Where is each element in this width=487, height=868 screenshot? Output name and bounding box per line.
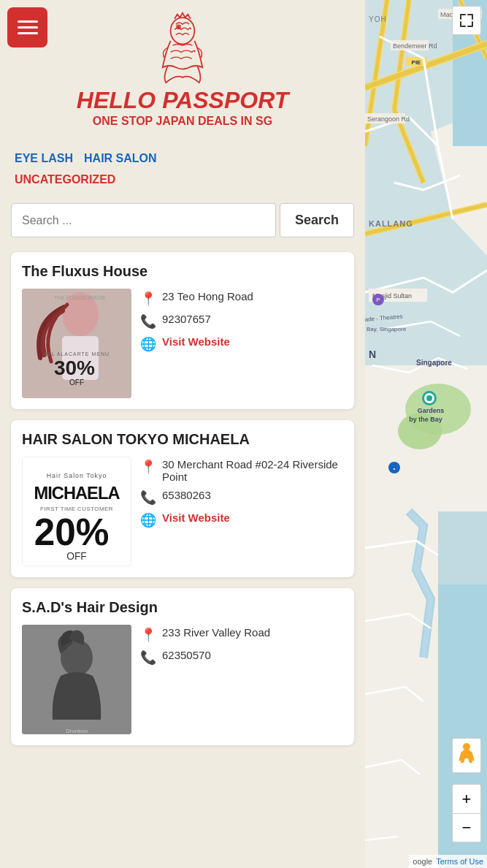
listing-image-fluxus: ALL ALACARTE MENU 30% OFF THE FLUXUS HOU… [22,289,131,398]
listing-image-michaela: Hair Salon Tokyo MICHAELA FIRST TIME CUS… [22,457,131,566]
map-expand-button[interactable] [452,6,481,35]
phone-icon-michaela: 📞 [140,490,156,506]
google-text: oogle [413,857,432,866]
website-row-fluxus: 🌐 Visit Website [140,335,343,352]
hamburger-line [18,26,38,28]
listing-content-michaela: Hair Salon Tokyo MICHAELA FIRST TIME CUS… [22,457,343,566]
hamburger-line [18,20,38,23]
svg-text:Bendemeer Rd: Bendemeer Rd [393,42,437,50]
brand-title: HELLO PASSPORT [77,88,288,113]
nav-link-hairsalon[interactable]: HAIR SALON [80,150,161,167]
phone-icon-sad: 📞 [140,650,156,666]
listing-card-michaela: HAIR SALON TOKYO MICHAELA Hair Salon Tok… [11,420,354,577]
search-input[interactable] [11,203,276,237]
phone-text-sad: 62350570 [162,649,211,661]
svg-text:P: P [376,297,380,303]
brand-subtitle: ONE STOP JAPAN DEALS IN SG [93,115,272,128]
location-icon-fluxus: 📍 [140,291,156,307]
svg-rect-22 [365,511,438,868]
nav-link-uncategorized[interactable]: UNCATEGORIZED [11,171,354,189]
svg-text:Serangoon Rd: Serangoon Rd [367,115,410,123]
address-text-sad: 233 River Valley Road [162,626,270,639]
svg-text:YOH: YOH [369,15,387,23]
svg-text:PIE: PIE [412,59,422,66]
svg-text:OFF: OFF [69,378,84,387]
listing-image-sad: Drunkoo [22,625,131,734]
map-zoom-out-button[interactable]: − [452,813,481,842]
website-row-michaela: 🌐 Visit Website [140,511,343,528]
listing-content-sad: Drunkoo 📍 233 River Valley Road 📞 623505… [22,625,343,734]
phone-row-fluxus: 📞 92307657 [140,313,343,330]
listing-card-sad: S.A.D's Hair Design [11,588,354,745]
svg-text:N: N [369,349,376,360]
listing-details-fluxus: 📍 23 Teo Hong Road 📞 92307657 🌐 Visit We… [140,289,343,352]
map-zoom-in-button[interactable]: + [452,784,481,813]
search-button[interactable]: Search [280,203,354,237]
phone-text-michaela: 65380263 [162,489,211,501]
listings-container: The Fluxus House ALL [0,252,365,760]
svg-point-2 [178,26,180,28]
sad-image-svg: Drunkoo [22,625,131,734]
svg-point-51 [463,743,470,750]
svg-point-40 [426,395,432,401]
svg-text:Drunkoo: Drunkoo [66,728,88,734]
hamburger-line [18,32,38,34]
listing-title-michaela: HAIR SALON TOKYO MICHAELA [22,431,343,448]
visit-website-michaela[interactable]: Visit Website [162,511,230,524]
svg-text:ALL ALACARTE MENU: ALL ALACARTE MENU [44,351,110,357]
svg-text:Gardens: Gardens [418,407,445,414]
zoom-in-icon: + [462,790,472,809]
zoom-out-icon: − [462,818,472,837]
map-pegman-button[interactable] [452,738,481,773]
svg-text:THE FLUXUS HOUSE: THE FLUXUS HOUSE [55,295,107,300]
phone-row-sad: 📞 62350570 [140,649,343,666]
phone-text-fluxus: 92307657 [162,313,211,325]
visit-website-fluxus[interactable]: Visit Website [162,335,230,348]
svg-text:20%: 20% [34,512,110,554]
listing-title-sad: S.A.D's Hair Design [22,599,343,616]
michaela-image-svg: Hair Salon Tokyo MICHAELA FIRST TIME CUS… [22,457,131,566]
logo-area: HELLO PASSPORT ONE STOP JAPAN DEALS IN S… [11,7,354,128]
svg-point-0 [171,18,195,44]
terms-of-use-link[interactable]: Terms of Use [436,857,483,866]
globe-icon-michaela: 🌐 [140,512,156,528]
address-text-michaela: 30 Merchant Road #02-24 Riverside Point [162,458,343,483]
address-row-fluxus: 📍 23 Teo Hong Road [140,290,343,307]
svg-text:by the Bay: by the Bay [409,416,442,423]
listing-card-fluxus: The Fluxus House ALL [11,252,354,409]
nav-row2: UNCATEGORIZED [0,171,365,199]
map-footer: oogle Terms of Use [409,855,487,868]
phone-row-michaela: 📞 65380263 [140,489,343,506]
svg-text:30%: 30% [54,357,95,379]
location-icon-sad: 📍 [140,627,156,643]
map-panel: PIE Gardens by the Bay Masjid Sultan [365,0,487,868]
left-panel: HELLO PASSPORT ONE STOP JAPAN DEALS IN S… [0,0,365,868]
listing-content-fluxus: ALL ALACARTE MENU 30% OFF THE FLUXUS HOU… [22,289,343,398]
search-bar: Search [11,203,354,237]
address-row-sad: 📍 233 River Valley Road [140,626,343,643]
phone-icon-fluxus: 📞 [140,313,156,330]
fluxus-image-svg: ALL ALACARTE MENU 30% OFF THE FLUXUS HOU… [22,289,131,398]
svg-text:Singapore: Singapore [416,359,452,367]
svg-text:KALLANG: KALLANG [369,219,413,228]
address-row-michaela: 📍 30 Merchant Road #02-24 Riverside Poin… [140,458,343,483]
nav-links: EYE LASH HAIR SALON [0,139,365,171]
nav-link-eyelash[interactable]: EYE LASH [11,150,77,167]
svg-text:Hair Salon Tokyo: Hair Salon Tokyo [47,472,107,479]
svg-text:•: • [394,465,396,472]
listing-details-sad: 📍 233 River Valley Road 📞 62350570 [140,625,343,666]
globe-icon-fluxus: 🌐 [140,336,156,352]
pegman-icon [458,742,475,769]
location-icon-michaela: 📍 [140,459,156,475]
header: HELLO PASSPORT ONE STOP JAPAN DEALS IN S… [0,0,365,139]
expand-icon [459,13,474,28]
address-text-fluxus: 23 Teo Hong Road [162,290,253,302]
listing-details-michaela: 📍 30 Merchant Road #02-24 Riverside Poin… [140,457,343,528]
listing-title-fluxus: The Fluxus House [22,263,343,280]
svg-text:MICHAELA: MICHAELA [34,484,120,503]
svg-text:Bay, Singapore: Bay, Singapore [367,326,407,332]
merlion-logo-icon [153,11,212,84]
menu-button[interactable] [7,7,47,47]
svg-text:OFF: OFF [66,550,87,562]
